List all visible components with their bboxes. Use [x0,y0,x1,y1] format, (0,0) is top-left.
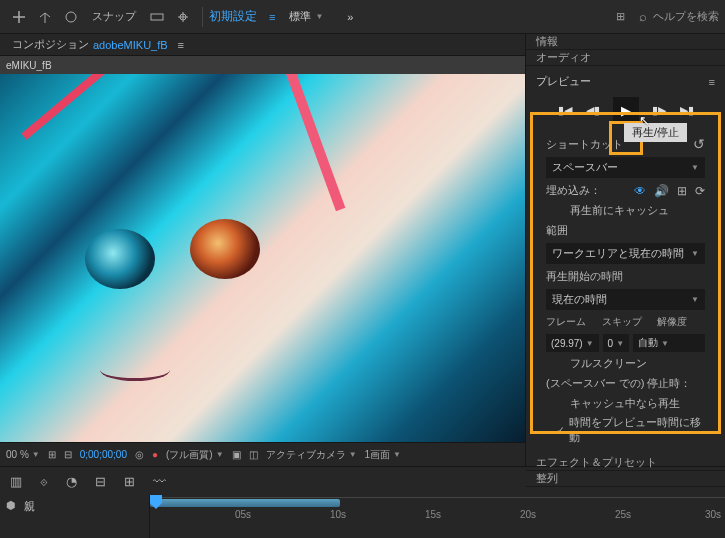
tick-label: 25s [615,509,631,520]
chevron-down-icon[interactable]: ▼ [315,12,323,21]
preset-menu-icon[interactable]: ≡ [269,11,275,23]
resolution-icon[interactable]: ⊞ [48,449,56,460]
shy-icon[interactable]: ◔ [66,474,77,489]
shortcut-dropdown[interactable]: スペースバー▼ [546,157,705,178]
cache-before-checkbox[interactable] [556,206,566,216]
panel-menu-icon[interactable]: ≡ [709,76,715,88]
tick-label: 30s [705,509,721,520]
overlay-include-icon[interactable]: ⊞ [677,184,687,198]
panel-menu-icon[interactable]: ≡ [178,39,184,51]
composition-label: コンポジション [12,37,89,52]
opt2-label: 時間をプレビュー時間に移動 [569,415,705,445]
separator [202,7,203,27]
render-queue-icon[interactable]: ▥ [10,474,22,489]
search-input[interactable]: ヘルプを検索 [653,9,719,24]
transport-controls: ▮◀ ◀▮ ▶ ▮▶ ▶▮ ↖ 再生/停止 [536,97,715,123]
layer-columns: ⬢ 親 [0,495,150,538]
skip-header: スキップ [602,315,650,329]
collision-icon[interactable] [173,7,193,27]
video-include-icon[interactable]: 👁 [634,184,646,198]
include-label: 埋め込み： [546,183,601,198]
tick-label: 05s [235,509,251,520]
playfrom-label: 再生開始の時間 [536,266,715,287]
tick-label: 15s [425,509,441,520]
top-toolbar: スナップ 初期設定 ≡ 標準 ▼ » ⊞ ⌕ ヘルプを検索 [0,0,725,34]
play-tooltip: 再生/停止 [624,123,687,142]
quality-dropdown[interactable]: (フル画質)▼ [166,448,224,462]
snapshot-icon[interactable]: ◎ [135,449,144,460]
opt2-checkbox[interactable]: ✓ [556,425,565,435]
exposure-icon[interactable]: ▣ [232,449,241,460]
svg-rect-1 [151,14,163,20]
reset-icon[interactable]: ↺ [693,136,705,152]
first-frame-button[interactable]: ▮◀ [557,102,573,118]
next-frame-button[interactable]: ▮▶ [651,102,667,118]
svg-marker-3 [150,495,162,509]
axis-icon[interactable] [9,7,29,27]
cache-before-label: 再生前にキャッシュ [570,203,669,218]
preset-link[interactable]: 初期設定 [209,8,257,25]
preview-panel: プレビュー ≡ ▮◀ ◀▮ ▶ ▮▶ ▶▮ ↖ 再生/停止 ショートカット ↺ … [526,66,725,455]
region-icon[interactable]: ◫ [249,449,258,460]
audio-include-icon[interactable]: 🔊 [654,184,669,198]
range-dropdown[interactable]: ワークエリアと現在の時間▼ [546,243,705,264]
flowchart-tab[interactable]: eMIKU_fB [0,56,525,74]
graph-icon[interactable]: 〰 [153,474,166,489]
resolution-dropdown[interactable]: 自動▼ [633,334,705,352]
prev-frame-button[interactable]: ◀▮ [585,102,601,118]
brainstorm-icon[interactable]: ⟐ [40,474,48,489]
parent-header: 親 [24,499,35,514]
skip-dropdown[interactable]: 0▼ [603,334,629,352]
more-icon[interactable]: » [347,11,353,23]
last-frame-button[interactable]: ▶▮ [679,102,695,118]
cursor-icon: ↖ [639,113,650,128]
fullscreen-label: フルスクリーン [570,356,647,371]
workspace-standard[interactable]: 標準 [289,9,311,24]
composition-viewer[interactable] [0,74,525,442]
snap-label[interactable]: スナップ [92,9,136,24]
local-axis-icon[interactable] [61,7,81,27]
playfrom-dropdown[interactable]: 現在の時間▼ [546,289,705,310]
loop-icon[interactable]: ⟳ [695,184,705,198]
play-button[interactable]: ▶ [613,97,639,123]
world-axis-icon[interactable] [35,7,55,27]
effects-panel-tab[interactable]: エフェクト＆プリセット [526,455,725,471]
work-area-bar[interactable] [150,499,340,507]
camera-dropdown[interactable]: アクティブカメラ▼ [266,448,357,462]
viewer-footer: 00 %▼ ⊞ ⊟ 0;00;00;00 ◎ ● (フル画質)▼ ▣ ◫ アクテ… [0,442,525,466]
timecode[interactable]: 0;00;00;00 [80,449,127,460]
framerate-dropdown[interactable]: (29.97)▼ [546,334,599,352]
info-panel-tab[interactable]: 情報 [526,34,725,50]
modes-icon[interactable]: ⊞ [124,474,135,489]
tick-label: 10s [330,509,346,520]
preview-title: プレビュー [536,74,591,89]
tick-label: 20s [520,509,536,520]
current-time-indicator[interactable] [150,495,162,511]
opt1-checkbox[interactable] [556,399,566,409]
zoom-dropdown[interactable]: 00 %▼ [6,449,40,460]
framerate-header: フレーム [546,315,594,329]
on-stop-label: (スペースバー での) 停止時： [536,373,715,394]
3d-icon[interactable]: ⬢ [6,499,16,512]
align-panel-tab[interactable]: 整列 [526,471,725,487]
channels-icon[interactable]: ● [152,449,158,460]
audio-panel-tab[interactable]: オーディオ [526,50,725,66]
resolution-header: 解像度 [657,315,705,329]
range-label: 範囲 [536,220,715,241]
grid-icon[interactable]: ⊟ [64,449,72,460]
composition-tab[interactable]: コンポジション adobeMIKU_fB ≡ [0,34,525,56]
switches-icon[interactable]: ⊟ [95,474,106,489]
time-ruler[interactable]: 05s 10s 15s 20s 25s 30s [150,495,725,538]
opt1-label: キャッシュ中なら再生 [570,396,680,411]
svg-point-0 [66,12,76,22]
fullscreen-checkbox[interactable] [556,359,566,369]
snap-toggle-icon[interactable] [147,7,167,27]
toggle-panel-icon[interactable]: ⊞ [616,10,625,23]
shortcut-label: ショートカット [546,137,623,152]
views-dropdown[interactable]: 1画面▼ [365,448,401,462]
composition-name: adobeMIKU_fB [93,39,168,51]
search-icon: ⌕ [639,9,647,24]
